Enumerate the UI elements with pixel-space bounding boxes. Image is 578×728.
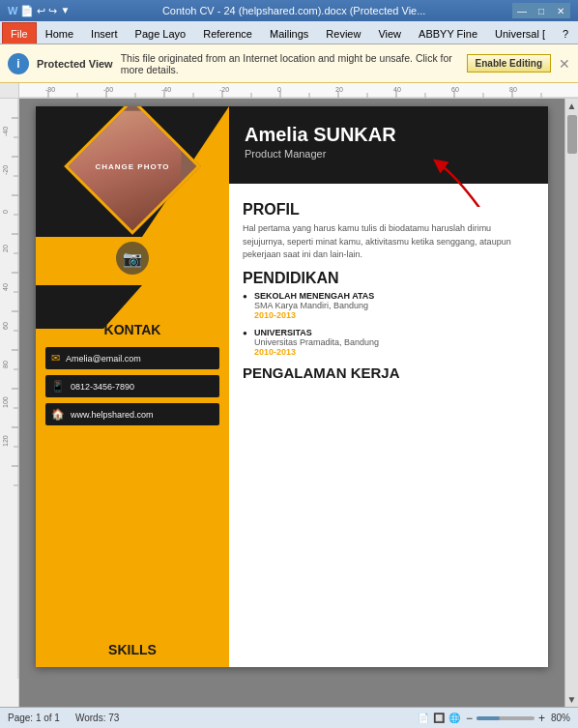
protected-bar-close[interactable]: ✕	[559, 56, 570, 72]
photo-container: CHANGE PHOTO	[84, 118, 181, 215]
kontak-title: KONTAK	[45, 322, 219, 337]
edu-year-sma: 2010-2013	[254, 310, 535, 320]
ruler-corner	[0, 83, 19, 99]
svg-text:20: 20	[335, 86, 343, 93]
svg-text:60: 60	[2, 322, 9, 330]
svg-text:-20: -20	[219, 86, 229, 93]
edu-school-sma: SMA Karya Mandiri, Bandung	[254, 301, 535, 310]
tab-file[interactable]: File	[2, 22, 37, 44]
svg-text:40: 40	[393, 86, 401, 93]
cv-content: PROFIL Hal pertama yang harus kamu tulis…	[229, 184, 548, 667]
svg-text:-80: -80	[45, 86, 55, 93]
customize-icon[interactable]: ▼	[60, 5, 70, 17]
web-layout-btn[interactable]: 🌐	[448, 713, 460, 723]
tab-reference[interactable]: Reference	[194, 22, 261, 44]
phone-value: 0812-3456-7890	[71, 382, 134, 392]
redo-icon[interactable]: ↪	[48, 5, 57, 17]
ruler-row: -80 -60 -40 -20 0 20 40 60 80	[0, 83, 578, 99]
word-count: Words: 73	[75, 713, 119, 723]
print-layout-btn[interactable]: 📄	[418, 713, 429, 723]
edu-name-sma: SEKOLAH MENENGAH ATAS	[254, 291, 535, 301]
cv-left-column: CHANGE PHOTO 📷 KONTAK ✉ Amelia@email.com	[36, 106, 229, 667]
website-icon: 🏠	[51, 408, 65, 421]
pendidikan-section-title: PENDIDIKAN	[243, 270, 535, 287]
svg-text:-40: -40	[161, 86, 171, 93]
zoom-in-button[interactable]: +	[538, 712, 545, 725]
kontak-section: KONTAK ✉ Amelia@email.com 📱 0812-3456-78…	[36, 276, 229, 439]
minimize-button[interactable]: —	[512, 3, 532, 18]
scroll-up-button[interactable]: ▲	[567, 101, 577, 111]
vertical-ruler: -40 -20 0 20 40 60 80 100 120	[0, 99, 19, 707]
cv-name: Amelia SUNKAR	[245, 124, 533, 146]
protected-view-bar: i Protected View This file originated fr…	[0, 44, 578, 83]
edu-item-sma: SEKOLAH MENENGAH ATAS SMA Karya Mandiri,…	[243, 291, 535, 320]
svg-text:80: 80	[509, 86, 517, 93]
word-icon: W	[8, 5, 17, 17]
change-photo-label: CHANGE PHOTO	[95, 162, 169, 171]
edu-item-univ: UNIVERSITAS Universitas Pramadita, Bandu…	[243, 328, 535, 357]
svg-text:0: 0	[2, 210, 9, 214]
protected-icon: i	[8, 53, 29, 74]
ribbon-tabs: File Home Insert Page Layo Reference Mai…	[0, 21, 578, 44]
maximize-button[interactable]: □	[532, 3, 551, 18]
profil-text: Hal pertama yang harus kamu tulis di bio…	[243, 222, 535, 262]
horizontal-ruler: -80 -60 -40 -20 0 20 40 60 80	[19, 83, 578, 98]
svg-text:20: 20	[2, 245, 9, 252]
email-value: Amelia@email.com	[66, 354, 141, 364]
name-header: Amelia SUNKAR Product Manager	[229, 106, 548, 184]
zoom-fill	[477, 716, 500, 720]
kontak-email: ✉ Amelia@email.com	[45, 347, 219, 369]
close-button[interactable]: ✕	[551, 3, 570, 18]
skills-title: SKILLS	[36, 642, 229, 657]
profil-section-title: PROFIL	[243, 201, 535, 218]
tab-abbyy[interactable]: ABBYY Fine	[410, 22, 486, 44]
tab-insert[interactable]: Insert	[82, 22, 127, 44]
status-left: Page: 1 of 1 Words: 73	[8, 713, 119, 723]
document-scroll-area[interactable]: CHANGE PHOTO 📷 KONTAK ✉ Amelia@email.com	[19, 99, 564, 707]
tab-mailings[interactable]: Mailings	[261, 22, 317, 44]
doc-icon: 📄	[20, 5, 34, 17]
kontak-website: 🏠 www.helpshared.com	[45, 403, 219, 425]
view-icons: 📄 🔲 🌐	[418, 713, 460, 723]
edu-name-univ: UNIVERSITAS	[254, 328, 535, 337]
vertical-scrollbar[interactable]: ▲ ▼	[564, 99, 578, 707]
svg-text:120: 120	[2, 435, 9, 447]
cv-page: CHANGE PHOTO 📷 KONTAK ✉ Amelia@email.com	[36, 106, 548, 667]
education-list: SEKOLAH MENENGAH ATAS SMA Karya Mandiri,…	[243, 291, 535, 357]
title-bar: W 📄 ↩ ↪ ▼ Contoh CV - 24 (helpshared.com…	[0, 0, 578, 21]
pengalaman-section-title: PENGALAMAN KERJA	[243, 364, 535, 381]
full-screen-btn[interactable]: 🔲	[433, 713, 445, 723]
zoom-slider[interactable]	[477, 716, 535, 720]
undo-icon[interactable]: ↩	[37, 5, 45, 17]
svg-text:0: 0	[277, 86, 281, 93]
title-bar-controls: — □ ✕	[512, 3, 570, 18]
enable-editing-button[interactable]: Enable Editing	[467, 54, 551, 73]
svg-text:-40: -40	[2, 127, 9, 136]
svg-text:40: 40	[2, 283, 9, 291]
scroll-down-button[interactable]: ▼	[567, 694, 577, 705]
cv-job-title: Product Manager	[245, 148, 533, 160]
tab-home[interactable]: Home	[37, 22, 82, 44]
camera-icon-area: 📷	[116, 242, 149, 275]
tab-review[interactable]: Review	[317, 22, 369, 44]
title-bar-title: Contoh CV - 24 (helpshared.com).docx (Pr…	[75, 5, 512, 16]
scrollbar-thumb[interactable]	[567, 115, 577, 154]
zoom-out-button[interactable]: −	[466, 712, 473, 725]
edu-year-univ: 2010-2013	[254, 347, 535, 357]
zoom-controls: − + 80%	[466, 712, 570, 725]
email-icon: ✉	[51, 352, 60, 364]
svg-text:100: 100	[2, 396, 9, 408]
status-bar: Page: 1 of 1 Words: 73 📄 🔲 🌐 − + 80%	[0, 707, 578, 728]
protected-label: Protected View	[37, 58, 113, 70]
svg-text:60: 60	[451, 86, 459, 93]
cv-right-column: Amelia SUNKAR Product Manager PROFIL Hal…	[229, 106, 548, 667]
svg-text:-60: -60	[103, 86, 113, 93]
tab-view[interactable]: View	[369, 22, 410, 44]
phone-icon: 📱	[51, 380, 65, 393]
zoom-level: 80%	[551, 713, 570, 723]
svg-text:80: 80	[2, 361, 9, 368]
page-count: Page: 1 of 1	[8, 713, 60, 723]
tab-page-layout[interactable]: Page Layo	[127, 22, 195, 44]
tab-help[interactable]: ?	[554, 22, 577, 44]
tab-universal[interactable]: Universal [	[486, 22, 554, 44]
